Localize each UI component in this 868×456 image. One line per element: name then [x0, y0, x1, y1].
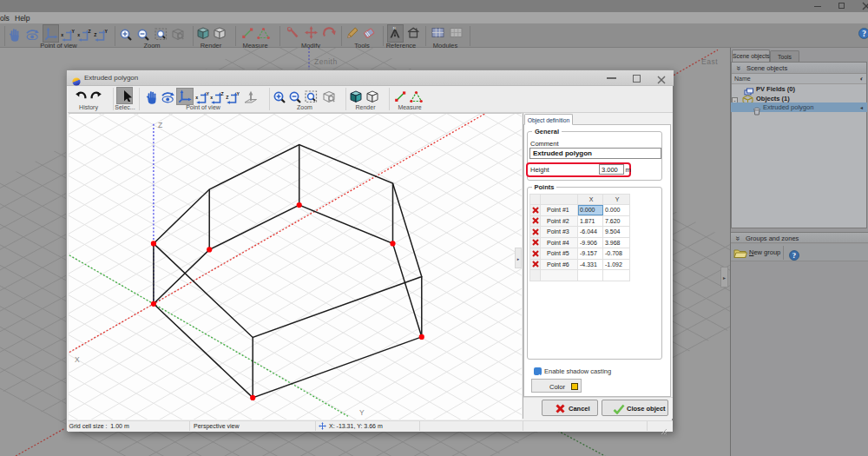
svg-text:Z: Z [88, 29, 91, 34]
svg-text:Y: Y [104, 29, 108, 34]
svg-text:x: x [77, 32, 80, 37]
svg-text:Z: Z [94, 32, 97, 37]
svg-text:N: N [393, 26, 396, 30]
svg-text:Y: Y [71, 29, 75, 34]
svg-text:Z: Z [158, 121, 162, 129]
svg-text:East: East [701, 57, 718, 66]
svg-text:x: x [210, 95, 213, 100]
svg-text:Y: Y [206, 91, 209, 96]
svg-text:Y: Y [359, 408, 365, 417]
svg-text:Y: Y [236, 91, 240, 96]
svg-text:x: x [195, 95, 198, 100]
svg-text:Z: Z [220, 91, 224, 96]
svg-text:x: x [61, 32, 63, 37]
svg-text:X: X [75, 355, 80, 364]
svg-text:?: ? [792, 251, 796, 260]
svg-text:Zenith: Zenith [314, 57, 338, 66]
svg-text:?: ? [862, 30, 866, 38]
svg-text:Z: Z [226, 95, 229, 100]
